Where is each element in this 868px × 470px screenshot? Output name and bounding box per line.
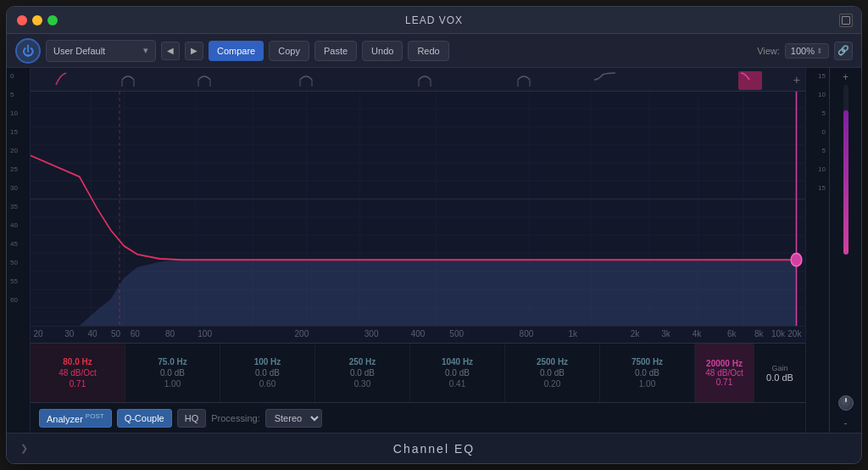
gain-label: Gain [771, 364, 787, 372]
compare-button[interactable]: Compare [209, 41, 264, 61]
freq-label-30: 30 [64, 329, 74, 339]
restore-button[interactable] [839, 14, 853, 27]
left-scale-5: 5 [7, 92, 30, 98]
band-5-param[interactable]: 1040 Hz 0.0 dB 0.41 [410, 344, 505, 402]
left-scale-55: 55 [7, 278, 30, 285]
paste-button[interactable]: Paste [314, 41, 357, 61]
band-icons-row: + [31, 68, 805, 92]
band-8-freq: 20000 Hz [706, 359, 743, 368]
band-4-freq: 250 Hz [349, 357, 376, 366]
eq-graph[interactable] [31, 92, 805, 326]
left-scale-35: 35 [7, 204, 30, 210]
band-2-param[interactable]: 75.0 Hz 0.0 dB 1.00 [125, 344, 220, 402]
right-meter: + - [829, 68, 861, 433]
hq-button[interactable]: HQ [177, 409, 207, 428]
freq-label-60: 60 [131, 329, 140, 339]
freq-label-3k: 3k [661, 329, 670, 339]
band-6-q: 0.20 [544, 379, 560, 389]
copy-button[interactable]: Copy [269, 41, 309, 61]
meter-minus-button[interactable]: - [844, 417, 848, 429]
toolbar: ⏻ User Default ◀ ▶ Compare Copy Paste Un… [7, 34, 861, 68]
preset-dropdown[interactable]: User Default [46, 40, 156, 62]
right-scale-0: 0 [806, 129, 829, 136]
processing-label: Processing: [211, 413, 259, 423]
traffic-lights [17, 15, 58, 25]
meter-top [830, 68, 861, 395]
power-button[interactable]: ⏻ [15, 38, 41, 64]
band-icons-svg [31, 68, 805, 92]
right-scale--5: 5 [806, 148, 829, 154]
freq-label-100: 100 [198, 329, 212, 339]
q-couple-button[interactable]: Q-Couple [117, 409, 172, 428]
band-6-param[interactable]: 2500 Hz 0.0 dB 0.20 [505, 344, 600, 402]
svg-point-38 [791, 254, 802, 266]
band-8-q: 0.71 [716, 378, 732, 387]
left-scale-0: 0 [7, 73, 30, 80]
band-7-param[interactable]: 7500 Hz 0.0 dB 1.00 [600, 344, 695, 402]
band-4-q: 0.30 [354, 379, 370, 389]
band-2-q: 1.00 [164, 379, 181, 389]
footer-bar: ❯ Channel EQ [7, 433, 861, 463]
band-3-freq: 100 Hz [254, 357, 281, 366]
band-7-freq: 7500 Hz [632, 357, 663, 366]
link-button[interactable]: 🔗 [834, 42, 853, 60]
left-scale-50: 50 [7, 260, 30, 266]
band-8-param[interactable]: 20000 Hz 48 dB/Oct 0.71 [695, 344, 754, 402]
band-7-q: 1.00 [639, 379, 655, 389]
maximize-button[interactable] [47, 15, 58, 25]
band-1-db: 48 dB/Oct [58, 368, 96, 378]
left-scale-45: 45 [7, 241, 30, 248]
band-2-db: 0.0 dB [160, 368, 185, 378]
gain-value: 0.0 dB [766, 372, 793, 383]
band-4-param[interactable]: 250 Hz 0.0 dB 0.30 [315, 344, 410, 402]
nav-next-button[interactable]: ▶ [185, 42, 203, 60]
band-5-db: 0.0 dB [445, 368, 470, 378]
band-1-param[interactable]: 80.0 Hz 48 dB/Oct 0.71 [31, 344, 125, 402]
nav-prev-button[interactable]: ◀ [161, 42, 180, 60]
left-scale-25: 25 [7, 166, 30, 173]
left-scale-10: 10 [7, 110, 30, 117]
freq-labels-row: 20 30 40 50 60 80 100 200 300 400 500 80… [31, 326, 805, 343]
meter-bar-bg [843, 85, 849, 255]
freq-label-500: 500 [449, 329, 464, 339]
redo-button[interactable]: Redo [408, 41, 448, 61]
meter-bar-fill [843, 110, 849, 255]
view-pct[interactable]: 100% ⬍ [785, 43, 829, 59]
minimize-button[interactable] [32, 15, 42, 25]
left-scale-40: 40 [7, 222, 30, 229]
freq-label-4k: 4k [693, 329, 702, 339]
window-title: LEAD VOX [405, 14, 463, 26]
view-label: View: [757, 46, 780, 56]
left-scale-20: 20 [7, 148, 30, 154]
processing-select[interactable]: Stereo Left Right Mid Side [265, 409, 322, 428]
band-3-db: 0.0 dB [255, 368, 280, 378]
undo-button[interactable]: Undo [362, 41, 403, 61]
band-7-db: 0.0 dB [635, 368, 659, 378]
freq-label-400: 400 [411, 329, 426, 339]
add-band-button[interactable]: + [793, 73, 800, 87]
meter-knob[interactable] [838, 395, 854, 411]
freq-label-80: 80 [165, 329, 175, 339]
bottom-controls: Analyzer POST Q-Couple HQ Processing: St… [31, 402, 805, 433]
band-5-q: 0.41 [449, 379, 465, 389]
band-5-freq: 1040 Hz [442, 357, 473, 366]
band-3-param[interactable]: 100 Hz 0.0 dB 0.60 [220, 344, 315, 402]
right-scale--10: 10 [806, 166, 829, 173]
freq-label-8k: 8k [754, 329, 764, 339]
right-scale-15: 15 [806, 73, 829, 80]
svg-rect-10 [738, 71, 762, 90]
analyzer-button[interactable]: Analyzer POST [39, 409, 112, 428]
footer-arrow-button[interactable]: ❯ [20, 443, 28, 454]
left-scale-15: 15 [7, 129, 30, 136]
eq-area: + [31, 68, 805, 433]
freq-label-1k: 1k [569, 329, 578, 339]
right-scale-10: 10 [806, 92, 829, 98]
right-scale--15: 15 [806, 185, 829, 192]
close-button[interactable] [17, 15, 27, 25]
left-scale: 0 5 10 15 20 25 30 35 40 45 50 55 60 [7, 68, 31, 433]
band-2-freq: 75.0 Hz [158, 357, 186, 366]
freq-label-20k: 20k [787, 329, 801, 339]
freq-label-6k: 6k [727, 329, 737, 339]
eq-main: 0 5 10 15 20 25 30 35 40 45 50 55 60 [7, 68, 861, 433]
band-params-row: 80.0 Hz 48 dB/Oct 0.71 75.0 Hz 0.0 dB 1.… [31, 343, 805, 402]
